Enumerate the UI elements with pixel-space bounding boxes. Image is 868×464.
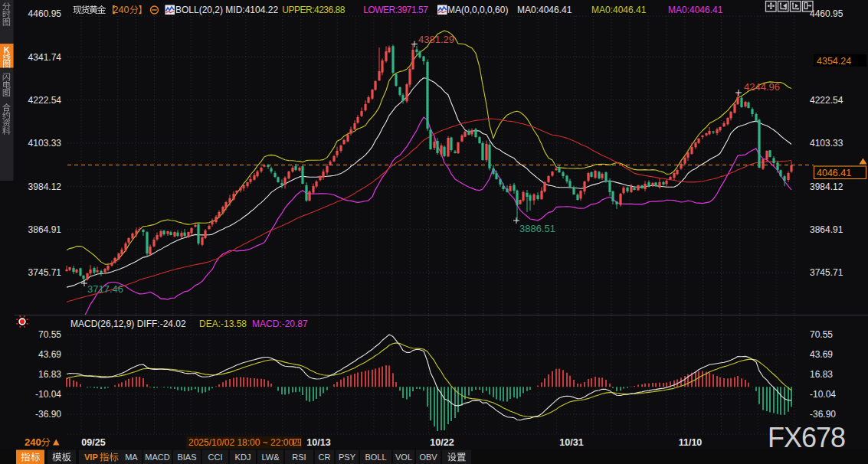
svg-text:10/22: 10/22 xyxy=(430,437,454,448)
svg-text:VOL: VOL xyxy=(395,453,412,462)
svg-text:3864.91: 3864.91 xyxy=(28,224,62,235)
svg-text:4460.95: 4460.95 xyxy=(810,8,843,19)
svg-text:LOWER:3971.57: LOWER:3971.57 xyxy=(363,5,428,15)
svg-text:BOLL: BOLL xyxy=(365,453,386,462)
svg-text:OBV: OBV xyxy=(419,453,437,462)
svg-text:240: 240 xyxy=(113,5,129,15)
svg-text:MA0:4046.41: MA0:4046.41 xyxy=(517,5,572,15)
svg-text:MACD: MACD xyxy=(145,453,169,462)
svg-text:PSY: PSY xyxy=(339,453,356,462)
svg-text:3984.12: 3984.12 xyxy=(810,181,843,192)
svg-text:BOLL(20,2) MID:4104.22: BOLL(20,2) MID:4104.22 xyxy=(175,5,278,15)
svg-text:4354.24: 4354.24 xyxy=(817,56,851,67)
svg-text:43.69: 43.69 xyxy=(810,349,833,360)
svg-text:16.83: 16.83 xyxy=(38,369,61,380)
svg-text:3984.12: 3984.12 xyxy=(28,181,62,192)
svg-text:UPPER:4236.88: UPPER:4236.88 xyxy=(282,5,345,15)
svg-text:MA0:4046.41: MA0:4046.41 xyxy=(668,5,723,15)
svg-text:70.55: 70.55 xyxy=(810,329,833,340)
svg-text:KDJ: KDJ xyxy=(235,453,251,462)
svg-text:4460.95: 4460.95 xyxy=(28,8,62,19)
svg-text:4046.41: 4046.41 xyxy=(817,168,851,178)
svg-text:11/10: 11/10 xyxy=(679,437,703,448)
svg-text:MACD(26,12,9) DIFF:-24.02: MACD(26,12,9) DIFF:-24.02 xyxy=(70,319,186,329)
svg-text:-10.04: -10.04 xyxy=(810,389,836,400)
svg-text:RSI: RSI xyxy=(292,453,306,462)
svg-text:4222.54: 4222.54 xyxy=(28,95,62,106)
svg-text:MA0:4046.41: MA0:4046.41 xyxy=(591,5,647,15)
svg-text:MA: MA xyxy=(125,453,138,462)
svg-text:3745.71: 3745.71 xyxy=(810,267,843,278)
svg-text:240: 240 xyxy=(25,436,41,448)
svg-text:-10.04: -10.04 xyxy=(35,389,61,400)
svg-text:4341.74: 4341.74 xyxy=(28,52,62,63)
svg-text:4244.96: 4244.96 xyxy=(744,81,780,93)
svg-text:3717.46: 3717.46 xyxy=(87,283,123,295)
svg-text:VIP: VIP xyxy=(84,453,98,462)
svg-text:DEA:-13.58: DEA:-13.58 xyxy=(199,319,247,329)
svg-text:10/31: 10/31 xyxy=(559,437,583,448)
svg-text:MACD:-20.87: MACD:-20.87 xyxy=(252,319,308,329)
svg-text:16.83: 16.83 xyxy=(810,369,833,380)
svg-text:4103.33: 4103.33 xyxy=(810,138,843,149)
svg-text:43.69: 43.69 xyxy=(38,349,61,360)
svg-text:4381.29: 4381.29 xyxy=(418,34,454,45)
svg-text:-36.90: -36.90 xyxy=(35,409,61,420)
svg-text:CCI: CCI xyxy=(208,453,223,462)
svg-text:2025/10/02 18:00 ~ 22:00: 2025/10/02 18:00 ~ 22:00 xyxy=(188,437,293,448)
svg-text:4103.33: 4103.33 xyxy=(28,138,62,149)
svg-text:10/13: 10/13 xyxy=(306,437,330,448)
svg-text:4222.54: 4222.54 xyxy=(810,95,843,106)
svg-text:-36.90: -36.90 xyxy=(810,409,836,420)
svg-text:3745.71: 3745.71 xyxy=(28,267,62,278)
svg-text:MA(0,0,0,0,60): MA(0,0,0,0,60) xyxy=(447,5,508,15)
svg-text:BIAS: BIAS xyxy=(177,453,196,462)
svg-text:LW&: LW& xyxy=(261,453,280,462)
svg-text:CR: CR xyxy=(319,453,331,462)
svg-text:FX678: FX678 xyxy=(768,422,845,453)
svg-text:3886.51: 3886.51 xyxy=(519,223,555,234)
svg-text:70.55: 70.55 xyxy=(38,329,61,340)
svg-text:3864.91: 3864.91 xyxy=(810,224,843,235)
svg-text:09/25: 09/25 xyxy=(81,437,105,448)
